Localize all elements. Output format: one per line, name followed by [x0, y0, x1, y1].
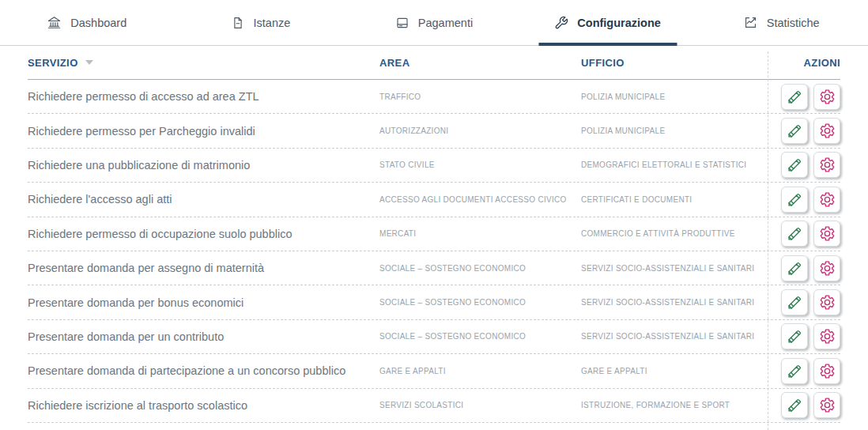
settings-button[interactable] [813, 358, 840, 384]
row-actions [768, 152, 840, 178]
table-row: Presentare domanda per bonus economici S… [28, 285, 840, 319]
gear-icon [819, 123, 836, 139]
settings-button[interactable] [813, 255, 840, 281]
gear-icon [819, 260, 836, 277]
service-name: Presentare domanda per assegno di matern… [28, 262, 379, 274]
row-actions [768, 323, 840, 349]
service-area: SOCIALE – SOSTEGNO ECONOMICO [379, 264, 581, 273]
service-name: Richiedere iscrizione al trasporto scola… [28, 399, 379, 412]
tab-label: Configurazione [577, 17, 661, 29]
service-name: Richiedere una pubblicazione di matrimon… [28, 159, 379, 172]
service-office: SERVIZI SOCIO-ASSISTENZIALI E SANITARI [581, 264, 768, 273]
service-name: Richiedere permesso per Parcheggio inval… [28, 125, 379, 138]
table-header-row: SERVIZIO AREA UFFICIO AZIONI [28, 46, 840, 80]
pencil-icon [787, 89, 803, 105]
gear-icon [819, 397, 836, 413]
edit-button[interactable] [781, 187, 808, 213]
column-header-area: AREA [379, 57, 581, 69]
edit-button[interactable] [781, 358, 808, 384]
settings-button[interactable] [813, 187, 840, 213]
column-header-ufficio: UFFICIO [581, 57, 768, 69]
table-body: Richiedere permesso di accesso ad area Z… [28, 80, 840, 423]
tab-pagamenti[interactable]: Pagamenti [347, 0, 521, 45]
pencil-icon [787, 191, 803, 208]
pencil-icon [787, 363, 803, 379]
gear-icon [819, 294, 836, 311]
edit-button[interactable] [781, 152, 808, 178]
settings-button[interactable] [813, 323, 840, 349]
table-row: Richiedere permesso di occupazione suolo… [28, 217, 840, 251]
column-header-servizio[interactable]: SERVIZIO [28, 57, 379, 69]
service-name: Richiedere permesso di occupazione suolo… [28, 228, 379, 240]
service-area: ACCESSO AGLI DOCUMENTI ACCESSO CIVICO [379, 195, 581, 204]
table-row: Presentare domanda per un contributo SOC… [28, 320, 840, 354]
service-office: CERTIFICATI E DOCUMENTI [581, 195, 768, 204]
gear-icon [819, 157, 836, 173]
service-office: GARE E APPALTI [581, 367, 768, 375]
edit-button[interactable] [781, 84, 808, 110]
pencil-icon [787, 328, 803, 345]
edit-button[interactable] [781, 392, 808, 418]
row-actions [768, 221, 840, 247]
service-name: Presentare domanda per bonus economici [28, 296, 379, 309]
wrench-icon [554, 16, 568, 30]
service-name: Richiedere l'accesso agli atti [28, 193, 379, 206]
row-actions [768, 358, 840, 384]
document-icon [231, 16, 245, 30]
tab-label: Dashboard [70, 17, 126, 29]
table-row: Richiedere una pubblicazione di matrimon… [28, 149, 840, 183]
tab-label: Pagamenti [418, 17, 473, 29]
pencil-icon [787, 397, 803, 413]
chart-icon [743, 15, 758, 30]
gear-icon [819, 363, 836, 379]
settings-button[interactable] [813, 118, 840, 144]
column-header-azioni: AZIONI [768, 57, 840, 69]
edit-button[interactable] [781, 255, 808, 281]
service-area: MERCATI [379, 229, 581, 238]
edit-button[interactable] [781, 118, 808, 144]
gear-icon [819, 191, 836, 208]
service-area: SERVIZI SCOLASTICI [379, 401, 581, 409]
tab-istanze[interactable]: Istanze [174, 0, 348, 45]
service-area: SOCIALE – SOSTEGNO ECONOMICO [379, 332, 581, 341]
table-row: Richiedere permesso per Parcheggio inval… [28, 114, 840, 148]
table-row: Presentare domanda di partecipazione a u… [28, 354, 840, 388]
row-actions [768, 255, 840, 281]
service-name: Richiedere permesso di accesso ad area Z… [28, 90, 379, 103]
settings-button[interactable] [813, 392, 840, 418]
tab-statistiche[interactable]: Statistiche [694, 0, 868, 45]
table-row: Richiedere permesso di accesso ad area Z… [28, 80, 840, 114]
row-actions [768, 392, 840, 418]
row-actions [768, 187, 840, 213]
payment-icon [395, 16, 409, 30]
gear-icon [819, 328, 836, 345]
row-actions [768, 118, 840, 144]
service-office: ISTRUZIONE, FORMAZIONE E SPORT [581, 401, 768, 409]
gear-icon [819, 89, 836, 105]
service-office: POLIZIA MUNICIPALE [581, 92, 768, 101]
bank-icon [47, 15, 62, 30]
settings-button[interactable] [813, 289, 840, 315]
service-office: DEMOGRAFICI ELETTORALI E STATISTICI [581, 160, 768, 169]
edit-button[interactable] [781, 323, 808, 349]
settings-button[interactable] [813, 221, 840, 247]
tab-label: Istanze [254, 17, 291, 29]
service-office: SERVIZI SOCIO-ASSISTENZIALI E SANITARI [581, 298, 768, 307]
service-name: Presentare domanda per un contributo [28, 330, 379, 343]
pencil-icon [787, 157, 803, 173]
tab-dashboard[interactable]: Dashboard [0, 0, 174, 45]
settings-button[interactable] [813, 152, 840, 178]
pencil-icon [787, 123, 803, 139]
service-office: COMMERCIO E ATTIVITÀ PRODUTTIVE [581, 229, 768, 238]
tab-label: Statistiche [767, 17, 820, 29]
top-nav: Dashboard Istanze Pagamenti Configurazio… [0, 0, 868, 46]
edit-button[interactable] [781, 221, 808, 247]
table-row: Presentare domanda per assegno di matern… [28, 251, 840, 285]
service-area: TRAFFICO [379, 92, 581, 101]
row-actions [768, 289, 840, 315]
settings-button[interactable] [813, 84, 840, 110]
tab-configurazione[interactable]: Configurazione [521, 0, 695, 45]
chevron-down-icon[interactable] [85, 59, 94, 66]
service-area: STATO CIVILE [379, 160, 581, 169]
edit-button[interactable] [781, 289, 808, 315]
